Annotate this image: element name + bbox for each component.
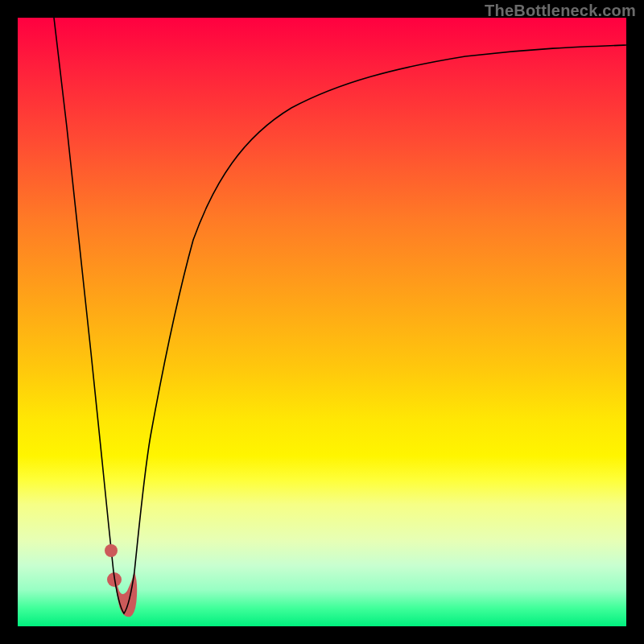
right-branch-line <box>134 45 626 572</box>
valley-dot-upper <box>105 544 118 557</box>
left-branch-line <box>54 18 114 572</box>
plot-area <box>18 18 626 626</box>
chart-frame: TheBottleneck.com <box>0 0 644 644</box>
curve-layer <box>18 18 626 626</box>
